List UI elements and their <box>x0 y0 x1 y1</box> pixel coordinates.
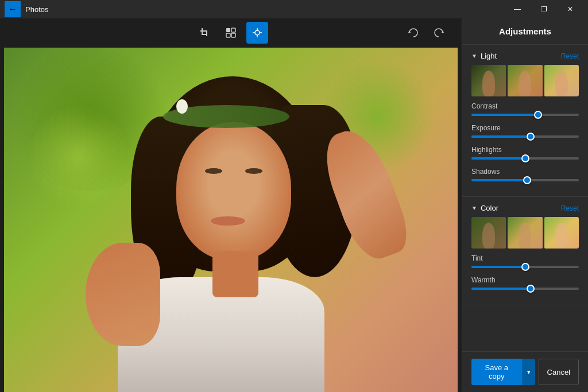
adjustments-panel: Adjustments ▼ Light Reset <box>462 18 588 392</box>
svg-rect-3 <box>200 30 206 32</box>
minimize-button[interactable]: — <box>504 0 531 18</box>
lips <box>211 216 245 226</box>
warmth-label: Warmth <box>471 276 579 284</box>
undo-button[interactable] <box>402 22 424 44</box>
crop-icon <box>199 28 210 38</box>
color-section-title: Color <box>481 204 498 212</box>
light-section-header: ▼ Light Reset <box>471 52 579 60</box>
titlebar: ← Photos — ❐ ✕ <box>0 0 588 18</box>
main-content: Adjustments ▼ Light Reset <box>0 18 588 392</box>
arm-left <box>86 243 160 346</box>
light-title-row: ▼ Light <box>471 52 497 60</box>
back-icon: ← <box>8 4 17 14</box>
light-section-title: Light <box>481 52 497 60</box>
restore-button[interactable]: ❐ <box>531 0 557 18</box>
flower <box>176 99 188 114</box>
eye-right <box>245 168 262 174</box>
preview-thumb-dark[interactable] <box>471 65 506 96</box>
warmth-slider-group: Warmth <box>471 276 579 290</box>
svg-point-8 <box>255 30 260 35</box>
adjust-icon <box>252 28 262 38</box>
filter-tool-button[interactable] <box>220 22 242 44</box>
color-preview-3[interactable] <box>544 217 579 249</box>
highlights-label: Highlights <box>471 146 579 154</box>
panel-header: Adjustments <box>462 18 588 45</box>
photo-container <box>0 18 462 392</box>
color-title-row: ▼ Color <box>471 204 498 212</box>
contrast-label: Contrast <box>471 102 579 110</box>
color-preview-1[interactable] <box>471 217 506 249</box>
shadows-slider-group: Shadows <box>471 168 579 181</box>
light-section: ▼ Light Reset <box>462 45 588 197</box>
photo-area <box>0 18 462 392</box>
color-chevron-icon: ▼ <box>471 205 477 211</box>
svg-rect-2 <box>206 30 207 36</box>
undo-redo-group <box>402 22 450 44</box>
face <box>176 122 291 260</box>
contrast-slider-group: Contrast <box>471 102 579 116</box>
cancel-button[interactable]: Cancel <box>539 359 579 385</box>
crop-tool-button[interactable] <box>194 22 215 44</box>
back-button[interactable]: ← <box>5 1 21 17</box>
filter-icon <box>226 28 236 38</box>
contrast-track <box>471 114 579 116</box>
bokeh-bg-3 <box>27 105 130 208</box>
tint-slider-group: Tint <box>471 254 579 268</box>
undo-icon <box>408 28 418 38</box>
eye-left <box>205 168 222 174</box>
save-button-group: Save a copy ▾ <box>471 359 535 385</box>
exposure-track <box>471 135 579 138</box>
window-controls: — ❐ ✕ <box>504 0 583 18</box>
tint-track <box>471 266 579 268</box>
save-copy-button[interactable]: Save a copy <box>471 359 522 385</box>
light-reset-button[interactable]: Reset <box>561 52 579 60</box>
redo-button[interactable] <box>428 22 450 44</box>
color-preview-strip <box>471 217 579 249</box>
color-section: ▼ Color Reset <box>462 197 588 305</box>
svg-rect-4 <box>226 28 230 32</box>
save-dropdown-button[interactable]: ▾ <box>522 359 535 385</box>
highlights-slider-group: Highlights <box>471 146 579 160</box>
preview-thumb-normal[interactable] <box>508 65 542 96</box>
exposure-label: Exposure <box>471 124 579 132</box>
highlights-track <box>471 157 579 160</box>
color-preview-2[interactable] <box>508 217 542 249</box>
warmth-track <box>471 288 579 290</box>
color-reset-button[interactable]: Reset <box>561 204 579 212</box>
app-title: Photos <box>25 5 48 14</box>
preview-thumb-bright[interactable] <box>544 65 579 96</box>
svg-rect-7 <box>231 33 235 37</box>
bottom-actions: Save a copy ▾ Cancel <box>462 351 588 392</box>
color-section-header: ▼ Color Reset <box>471 204 579 212</box>
shadows-label: Shadows <box>471 168 579 176</box>
panel-title: Adjustments <box>499 26 551 36</box>
close-button[interactable]: ✕ <box>557 0 583 18</box>
redo-icon <box>434 28 444 38</box>
photo-image <box>4 48 458 392</box>
svg-rect-6 <box>226 33 230 37</box>
light-preview-strip <box>471 65 579 96</box>
shadows-track <box>471 179 579 181</box>
exposure-slider-group: Exposure <box>471 124 579 138</box>
edit-toolbar <box>0 18 462 47</box>
svg-rect-5 <box>231 28 235 32</box>
adjust-tool-button[interactable] <box>246 22 268 44</box>
dropdown-icon: ▾ <box>527 368 531 375</box>
light-chevron-icon: ▼ <box>471 53 477 59</box>
neck <box>212 251 258 297</box>
tint-label: Tint <box>471 254 579 262</box>
